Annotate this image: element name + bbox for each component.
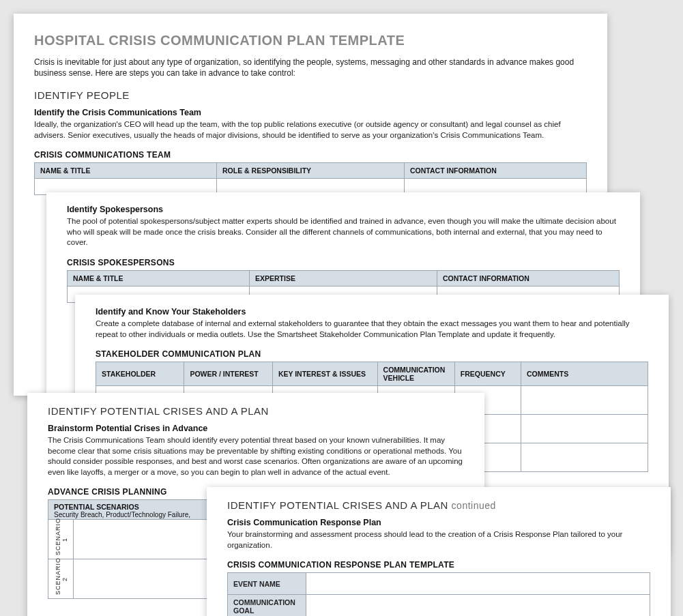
col-stakeholder: STAKEHOLDER [96,362,184,386]
col-contact: CONTACT INFORMATION [405,163,587,179]
label-event-name: EVENT NAME [228,573,306,595]
table-header-row: STAKEHOLDER POWER / INTEREST KEY INTERES… [96,362,648,386]
document-main-title: HOSPITAL CRISIS COMMUNICATION PLAN TEMPL… [34,33,587,48]
table-title-response-template: CRISIS COMMUNICATION RESPONSE PLAN TEMPL… [227,560,650,570]
scenario-2-label: SCENARIO 2 [48,559,74,599]
intro-paragraph: Crisis is inevitable for just about any … [34,57,587,78]
body-stakeholders: Create a complete database of internal a… [96,319,648,340]
row-communication-goal: COMMUNICATION GOAL [228,595,650,616]
crisis-response-plan-template-table: EVENT NAME COMMUNICATION GOAL [227,572,650,616]
body-response-plan: Your brainstorming and assessment proces… [227,529,650,551]
section-identify-crises: IDENTIFY POTENTIAL CRISES AND A PLAN [48,405,464,417]
col-frequency: FREQUENCY [454,362,521,386]
col-role: ROLE & RESPONSIBILITY [216,163,404,179]
crisis-communications-team-table: NAME & TITLE ROLE & RESPONSIBILITY CONTA… [34,162,587,195]
col-contact: CONTACT INFORMATION [437,270,620,286]
col-comm-vehicle: COMMUNICATION VEHICLE [377,362,454,386]
col-key-interest: KEY INTEREST & ISSUES [272,362,377,386]
table-header-row: NAME & TITLE ROLE & RESPONSIBILITY CONTA… [35,163,587,179]
body-brainstorm: The Crisis Communications Team should id… [48,435,464,478]
subhead-response-plan: Crisis Communication Response Plan [227,518,650,527]
continued-label: continued [452,500,496,511]
subhead-brainstorm: Brainstorm Potential Crises in Advance [48,424,464,433]
table-title-crisis-team: CRISIS COMMUNICATIONS TEAM [34,150,587,160]
section-identify-people: IDENTIFY PEOPLE [34,89,587,101]
col-expertise: EXPERTISE [249,270,437,286]
col-name-title: NAME & TITLE [68,270,250,286]
subhead-spokespersons: Identify Spokespersons [67,205,620,214]
row-event-name: EVENT NAME [228,573,650,595]
table-header-row: NAME & TITLE EXPERTISE CONTACT INFORMATI… [68,270,620,286]
col-power-interest: POWER / INTEREST [184,362,272,386]
table-title-spokespersons: CRISIS SPOKESPERSONS [67,258,620,267]
body-crisis-team: Ideally, the organization's CEO will hea… [34,119,587,141]
value-event-name [306,573,650,595]
subhead-stakeholders: Identify and Know Your Stakeholders [96,307,648,317]
col-name-title: NAME & TITLE [35,163,217,179]
value-communication-goal [306,595,650,616]
subhead-crisis-team: Identify the Crisis Communications Team [34,108,587,117]
body-spokespersons: The pool of potential spokespersons/subj… [67,216,620,248]
scenario-1-label: SCENARIO 1 [48,520,74,559]
section-title-text: IDENTIFY POTENTIAL CRISES AND A PLAN [227,499,448,511]
col-comments: COMMENTS [521,362,648,386]
label-communication-goal: COMMUNICATION GOAL [228,595,306,616]
table-title-stakeholders: STAKEHOLDER COMMUNICATION PLAN [96,349,648,359]
doc-page-5: IDENTIFY POTENTIAL CRISES AND A PLAN con… [207,487,671,616]
section-identify-crises-continued: IDENTIFY POTENTIAL CRISES AND A PLAN con… [227,499,650,511]
